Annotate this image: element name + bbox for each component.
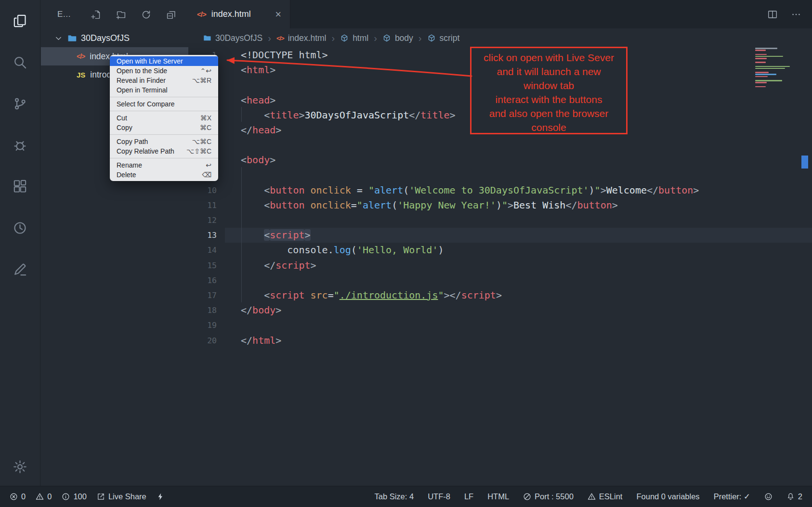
js-file-icon: JS	[77, 71, 85, 79]
minimap[interactable]	[755, 48, 799, 87]
code-line-7[interactable]: 7	[188, 138, 812, 153]
menu-item-label: Open in Terminal	[117, 86, 206, 94]
split-editor-icon[interactable]	[767, 9, 778, 20]
status-lightning[interactable]	[157, 493, 165, 501]
activity-clock[interactable]	[9, 216, 32, 239]
close-icon[interactable]: ×	[275, 9, 281, 20]
code-line-8[interactable]: 8<body>	[188, 153, 812, 168]
status-0[interactable]: 0	[36, 492, 52, 501]
menu-separator	[110, 111, 218, 111]
breadcrumb-separator: ›	[268, 33, 271, 44]
minimap-line	[755, 66, 790, 67]
activity-settings-gear[interactable]	[9, 455, 32, 478]
html-file-icon: </>	[276, 35, 284, 42]
activity-debug[interactable]	[9, 133, 32, 156]
line-content	[217, 213, 241, 228]
code-line-15[interactable]: 15 </script>	[188, 258, 812, 273]
cube-icon	[340, 34, 349, 42]
code-line-12[interactable]: 12	[188, 213, 812, 228]
breadcrumb-label: html	[353, 33, 368, 43]
breadcrumb-30daysofjs[interactable]: 30DaysOfJS	[203, 33, 262, 43]
code-line-18[interactable]: 18</body>	[188, 303, 812, 318]
code-line-16[interactable]: 16	[188, 273, 812, 288]
breadcrumb-body[interactable]: body	[382, 33, 413, 43]
activity-search[interactable]	[9, 51, 32, 74]
minimap-line	[755, 62, 766, 63]
minimap-line	[755, 54, 767, 55]
menu-item-label: Open with Live Server	[117, 57, 206, 65]
collapse-all-icon[interactable]	[166, 10, 176, 20]
menu-item-copy[interactable]: Copy⌘C	[110, 123, 218, 132]
menu-item-select-for-compare[interactable]: Select for Compare	[110, 99, 218, 109]
status-port-5500[interactable]: Port : 5500	[523, 492, 574, 501]
activity-explorer[interactable]	[9, 9, 32, 32]
menu-item-cut[interactable]: Cut⌘X	[110, 113, 218, 123]
code-line-13[interactable]: 13 <script>	[188, 228, 812, 243]
smiley-icon	[764, 493, 773, 501]
status-2[interactable]: 2	[786, 492, 802, 501]
status-utf-8[interactable]: UTF-8	[428, 492, 450, 501]
code-line-19[interactable]: 19	[188, 318, 812, 333]
line-content: console.log('Hello, World')	[217, 243, 444, 258]
menu-item-shortcut: ↩	[206, 161, 211, 169]
status-label: 100	[73, 492, 87, 501]
settings-gear-icon	[13, 459, 27, 474]
status-tab-size-4[interactable]: Tab Size: 4	[375, 492, 414, 501]
status-smiley[interactable]	[764, 493, 773, 501]
menu-item-delete[interactable]: Delete⌫	[110, 170, 218, 180]
status-label: LF	[464, 492, 473, 501]
new-folder-icon[interactable]	[116, 10, 126, 20]
annotation-line: and also open the browser	[471, 106, 626, 120]
indent-guide	[241, 107, 242, 122]
menu-item-rename[interactable]: Rename↩	[110, 160, 218, 170]
menu-item-open-with-live-server[interactable]: Open with Live Server	[110, 56, 218, 66]
menu-item-open-to-the-side[interactable]: Open to the Side⌃↩	[110, 66, 218, 76]
status-live-share[interactable]: Live Share	[97, 492, 146, 501]
tab-index-html[interactable]: </> index.html ×	[188, 0, 290, 28]
code-line-10[interactable]: 10 <button onclick = "alert('Welcome to …	[188, 183, 812, 198]
menu-item-shortcut: ⌥⌘R	[192, 77, 211, 84]
status-label: Prettier: ✓	[714, 492, 750, 501]
extensions-icon	[13, 179, 27, 194]
feedback-pen-icon	[13, 262, 27, 277]
folder-icon	[67, 33, 77, 43]
status-label: 0	[21, 492, 26, 501]
status-prettier[interactable]: Prettier: ✓	[714, 492, 750, 501]
activity-extensions[interactable]	[9, 175, 32, 198]
breadcrumb-html[interactable]: html	[340, 33, 368, 43]
activity-bar	[0, 0, 40, 486]
status-found-0-variables[interactable]: Found 0 variables	[636, 492, 699, 501]
status-lf[interactable]: LF	[464, 492, 473, 501]
line-content	[217, 168, 241, 183]
line-content	[217, 78, 241, 92]
more-actions-icon[interactable]	[791, 9, 801, 20]
breadcrumb-index-html[interactable]: </>index.html	[276, 33, 327, 43]
explorer-title: E…	[57, 10, 71, 19]
activity-source-control[interactable]	[9, 92, 32, 115]
menu-item-copy-path[interactable]: Copy Path⌥⌘C	[110, 137, 218, 146]
status-html[interactable]: HTML	[487, 492, 509, 501]
code-line-14[interactable]: 14 console.log('Hello, World')	[188, 243, 812, 258]
code-line-9[interactable]: 9	[188, 168, 812, 183]
activity-feedback-pen[interactable]	[9, 258, 32, 281]
status-100[interactable]: 100	[62, 492, 87, 501]
code-line-20[interactable]: 20</html>	[188, 333, 812, 348]
menu-item-shortcut: ⌫	[202, 171, 211, 179]
code-line-17[interactable]: 17 <script src="./introduction.js"></scr…	[188, 288, 812, 303]
status-eslint[interactable]: ESLint	[588, 492, 623, 501]
new-file-icon[interactable]	[91, 10, 101, 20]
minimap-line	[755, 74, 776, 75]
menu-item-reveal-in-finder[interactable]: Reveal in Finder⌥⌘R	[110, 76, 218, 85]
folder-30daysofjs[interactable]: 30DaysOfJS	[41, 29, 188, 47]
warning-triangle-icon	[588, 493, 596, 501]
status-0[interactable]: 0	[10, 492, 26, 501]
folder-label: 30DaysOfJS	[81, 33, 130, 43]
code-line-11[interactable]: 11 <button onclick="alert('Happy New Yea…	[188, 198, 812, 213]
breadcrumb-script[interactable]: script	[427, 33, 460, 43]
menu-item-copy-relative-path[interactable]: Copy Relative Path⌥⇧⌘C	[110, 146, 218, 156]
menu-item-open-in-terminal[interactable]: Open in Terminal	[110, 85, 218, 95]
status-label: 0	[47, 492, 52, 501]
refresh-icon[interactable]	[141, 10, 151, 20]
menu-item-label: Copy Relative Path	[117, 147, 181, 155]
line-number: 13	[188, 228, 217, 243]
